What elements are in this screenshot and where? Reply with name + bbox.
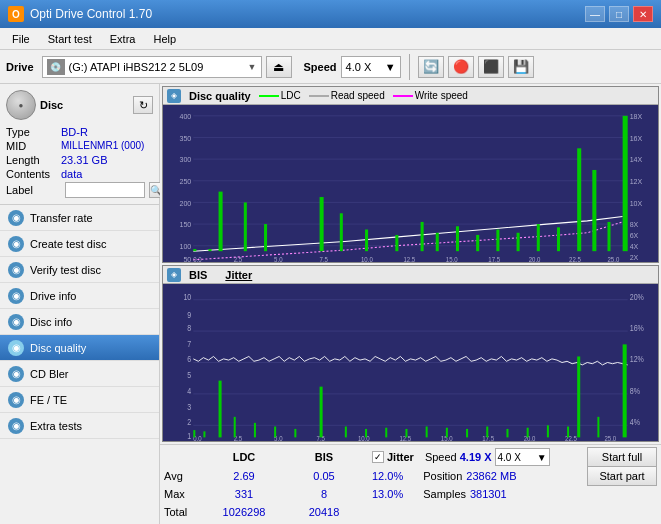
drive-dropdown-arrow: ▼: [248, 62, 257, 72]
sidebar-item-transfer-rate[interactable]: ◉ Transfer rate: [0, 205, 159, 231]
svg-rect-42: [340, 213, 343, 251]
svg-rect-55: [607, 222, 610, 251]
svg-text:12.5: 12.5: [399, 434, 411, 441]
sidebar-item-disc-quality[interactable]: ◉ Disc quality: [0, 335, 159, 361]
speed-stat-label: Speed: [425, 451, 457, 463]
svg-rect-93: [254, 423, 256, 437]
disc-header: ● Disc ↻: [6, 90, 153, 120]
top-chart-titlebar: ◈ Disc quality LDC Read speed Write spee…: [163, 87, 658, 105]
toolbar-btn-4[interactable]: 💾: [508, 56, 534, 78]
top-chart-svg: 400 350 300 250 200 150 100 50 18X 16X 1…: [163, 105, 658, 262]
svg-text:100: 100: [180, 242, 192, 251]
top-chart-title: Disc quality: [189, 90, 251, 102]
svg-text:2X: 2X: [630, 253, 639, 262]
read-speed-color: [309, 95, 329, 97]
avg-label: Avg: [164, 470, 204, 482]
minimize-button[interactable]: —: [585, 6, 605, 22]
svg-text:8: 8: [187, 324, 191, 334]
jitter-checkbox[interactable]: ✓: [372, 451, 384, 463]
svg-rect-41: [320, 197, 324, 251]
svg-text:6: 6: [187, 355, 191, 365]
sidebar-item-extra-tests[interactable]: ◉ Extra tests: [0, 413, 159, 439]
drive-select[interactable]: 💿 (G:) ATAPI iHBS212 2 5L09 ▼: [42, 56, 262, 78]
svg-rect-36: [193, 249, 196, 251]
bottom-chart-svg-area: 10 9 8 7 6 5 4 3 2 1 20% 16% 12% 8% 4%: [163, 284, 658, 441]
svg-text:7.5: 7.5: [320, 256, 329, 262]
svg-rect-95: [294, 429, 296, 437]
contents-value: data: [61, 168, 82, 180]
svg-text:300: 300: [180, 155, 192, 164]
disc-icon: ●: [6, 90, 36, 120]
extra-tests-label: Extra tests: [30, 420, 82, 432]
eject-button[interactable]: ⏏: [266, 56, 292, 78]
maximize-button[interactable]: □: [609, 6, 629, 22]
svg-rect-49: [496, 230, 499, 252]
svg-text:16%: 16%: [630, 324, 644, 334]
stats-bis-header: BIS: [284, 451, 364, 463]
cd-bler-icon: ◉: [8, 366, 24, 382]
mid-value: MILLENMR1 (000): [61, 140, 144, 152]
sidebar-item-drive-info[interactable]: ◉ Drive info: [0, 283, 159, 309]
window-controls: — □ ✕: [585, 6, 653, 22]
svg-rect-43: [365, 230, 368, 252]
svg-rect-92: [234, 417, 236, 438]
legend-ldc: LDC: [259, 90, 301, 101]
total-ldc: 1026298: [204, 506, 284, 518]
speed-label: Speed: [304, 61, 337, 73]
disc-type-field: Type BD-R: [6, 126, 153, 138]
drive-info-label: Drive info: [30, 290, 76, 302]
sidebar: ● Disc ↻ Type BD-R MID MILLENMR1 (000) L…: [0, 84, 160, 444]
samples-value: 381301: [470, 488, 507, 500]
svg-rect-0: [163, 105, 658, 262]
svg-rect-53: [577, 148, 581, 251]
speed-stat-select[interactable]: 4.0 X ▼: [495, 448, 550, 466]
disc-mid-field: MID MILLENMR1 (000): [6, 140, 153, 152]
stats-ldc-header: LDC: [204, 451, 284, 463]
svg-rect-48: [476, 235, 479, 251]
menu-start-test[interactable]: Start test: [40, 31, 100, 47]
disc-label-row: Label 🔍: [6, 182, 153, 198]
disc-refresh-button[interactable]: ↻: [133, 96, 153, 114]
start-part-button[interactable]: Start part: [587, 466, 657, 486]
svg-rect-111: [623, 344, 627, 437]
sidebar-item-create-test-disc[interactable]: ◉ Create test disc: [0, 231, 159, 257]
fe-te-label: FE / TE: [30, 394, 67, 406]
stats-avg-row: Avg 2.69 0.05 12.0% Position 23862 MB St…: [164, 467, 657, 485]
menu-help[interactable]: Help: [145, 31, 184, 47]
ldc-color: [259, 95, 279, 97]
svg-text:150: 150: [180, 220, 192, 229]
bottom-chart-title: BIS: [189, 269, 207, 281]
toolbar-btn-2[interactable]: 🔴: [448, 56, 474, 78]
start-full-button[interactable]: Start full: [587, 447, 657, 467]
sidebar-item-disc-info[interactable]: ◉ Disc info: [0, 309, 159, 335]
svg-rect-40: [264, 224, 267, 251]
sidebar-item-fe-te[interactable]: ◉ FE / TE: [0, 387, 159, 413]
transfer-rate-label: Transfer rate: [30, 212, 93, 224]
svg-text:6X: 6X: [630, 231, 639, 240]
stats-header-row: LDC BIS ✓ Jitter Speed 4.19 X 4.0 X ▼ St…: [164, 447, 657, 467]
svg-rect-91: [219, 381, 222, 438]
svg-rect-47: [456, 226, 459, 251]
svg-text:12X: 12X: [630, 177, 643, 186]
close-button[interactable]: ✕: [633, 6, 653, 22]
disc-section-title: Disc: [40, 99, 63, 111]
sidebar-item-verify-test-disc[interactable]: ◉ Verify test disc: [0, 257, 159, 283]
svg-text:22.5: 22.5: [569, 256, 581, 262]
bottom-chart-icon: ◈: [167, 268, 181, 282]
toolbar-btn-1[interactable]: 🔄: [418, 56, 444, 78]
svg-text:5.0: 5.0: [274, 256, 283, 262]
svg-text:10.0: 10.0: [358, 434, 370, 441]
menu-file[interactable]: File: [4, 31, 38, 47]
max-bis: 8: [284, 488, 364, 500]
speed-stat-value: 4.19 X: [460, 451, 492, 463]
app-title: Opti Drive Control 1.70: [30, 7, 152, 21]
verify-test-label: Verify test disc: [30, 264, 101, 276]
menu-extra[interactable]: Extra: [102, 31, 144, 47]
speed-select[interactable]: 4.0 X ▼: [341, 56, 401, 78]
toolbar-btn-3[interactable]: ⬛: [478, 56, 504, 78]
drive-value: (G:) ATAPI iHBS212 2 5L09: [69, 61, 204, 73]
speed-value: 4.0 X: [346, 61, 372, 73]
sidebar-item-cd-bler[interactable]: ◉ CD Bler: [0, 361, 159, 387]
label-input[interactable]: [65, 182, 145, 198]
disc-quality-icon: ◉: [8, 340, 24, 356]
